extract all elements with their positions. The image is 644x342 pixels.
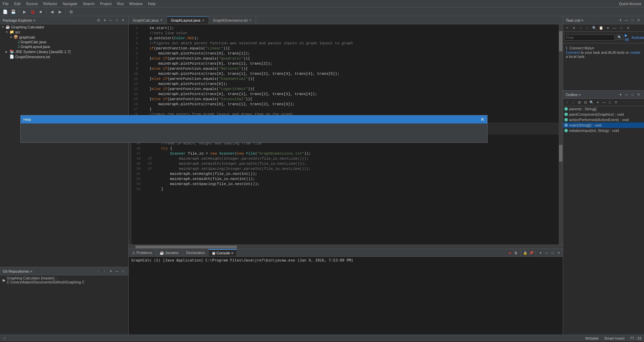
toolbar-new[interactable]: 📄 [1, 8, 9, 15]
console-stop-btn[interactable]: ■ [507, 250, 513, 255]
outline-toolbar-btn1[interactable]: ↑ [564, 100, 570, 105]
outline-toolbar-btn5[interactable]: 🔍 [589, 100, 594, 105]
menu-edit[interactable]: Edit [12, 1, 23, 6]
menu-file[interactable]: File [0, 1, 12, 6]
outline-close-btn[interactable]: ✕ [636, 92, 641, 97]
console-max-btn[interactable]: □ [550, 250, 555, 255]
toolbar-back[interactable]: ◀ [48, 8, 56, 15]
tl-toolbar-btn6[interactable]: 📋 [598, 25, 604, 31]
tab-console[interactable]: ▣ Console × [209, 249, 237, 256]
tl-toolbar-btn7[interactable]: ▾ [605, 25, 610, 31]
tree-graphing-calculator[interactable]: ▼ ☕ Graphing Calculator [0, 24, 128, 29]
tab-declaration[interactable]: Declaration [183, 249, 209, 256]
tree-jre[interactable]: ▶ 📚 JRE System Library [JavaSE-1.7] [0, 49, 128, 54]
scroll-thumb-bottom[interactable] [559, 145, 562, 162]
quick-access[interactable]: Quick Access [616, 1, 644, 6]
code-editor[interactable]: 1 tm.start(); 2 //sets line color 3 g.se… [129, 24, 559, 122]
pe-menu-btn[interactable]: ▾ [102, 18, 107, 23]
vertical-scrollbar-bottom[interactable] [559, 135, 563, 245]
tl-menu-btn[interactable]: ▾ [618, 18, 623, 23]
outline-toolbar-btn9[interactable]: ✕ [613, 100, 619, 105]
tab-problems[interactable]: ⚠ Problems [129, 249, 156, 256]
menu-navigate[interactable]: Navigate [60, 1, 80, 6]
outline-menu-btn[interactable]: ▾ [618, 92, 623, 97]
task-find-search-btn[interactable]: 🔍 [616, 35, 623, 40]
help-dialog-close-btn[interactable]: ✕ [480, 117, 485, 122]
tree-graphlayout-java[interactable]: J GraphLayout.java [0, 44, 128, 49]
git-push-btn[interactable]: ↑ [102, 269, 107, 274]
code-editor-bottom[interactable]: 44 public static void main(String[] args… [131, 135, 559, 245]
tl-toolbar-btn9[interactable]: □ [619, 25, 624, 31]
toolbar-perspective[interactable]: ⊞ [67, 8, 75, 15]
h-scroll-thumb[interactable] [135, 246, 237, 248]
tree-graphcalc[interactable]: ▼ 📦 graphcalc [0, 35, 128, 40]
outline-item-main[interactable]: main(String[]) : void [563, 122, 644, 128]
console-clear-btn[interactable]: 🗑 [513, 250, 519, 255]
outline-item-actionperformed[interactable]: actionPerformed(ActionEvent) : void [563, 117, 644, 122]
outline-toolbar-btn7[interactable]: — [601, 100, 606, 105]
toolbar-save[interactable]: 💾 [9, 8, 17, 15]
menu-window[interactable]: Window [127, 1, 145, 6]
tl-min-btn[interactable]: — [624, 18, 629, 23]
task-find-all[interactable]: ▶ All [625, 33, 629, 42]
tl-max-btn[interactable]: □ [630, 18, 635, 23]
git-menu-btn[interactable]: ▾ [108, 269, 113, 274]
pe-min-btn[interactable]: — [108, 18, 113, 23]
tl-toolbar-btn10[interactable]: ✕ [625, 25, 631, 31]
toolbar-run[interactable]: ▶ [21, 8, 28, 15]
tab-graphdimensions[interactable]: GraphDimensions.txt ✕ [209, 16, 256, 24]
console-min-btn[interactable]: — [544, 250, 549, 255]
outline-item-parents[interactable]: parents : String[] [563, 106, 644, 112]
git-min-btn[interactable]: — [114, 269, 120, 274]
console-scroll-lock-btn[interactable]: 🔒 [522, 250, 528, 255]
tab-graphcalc[interactable]: GraphCalc.java ✕ [129, 16, 167, 24]
tl-toolbar-btn2[interactable]: ✕ [571, 25, 577, 31]
menu-refactor[interactable]: Refactor [41, 1, 60, 6]
tree-graphdimensions[interactable]: 📄 GraphDimensions.txt [0, 54, 128, 59]
tl-toolbar-btn3[interactable]: ↑ [578, 25, 583, 31]
outline-toolbar-btn2[interactable]: ↓ [571, 100, 576, 105]
toolbar-stop[interactable]: ■ [37, 8, 44, 15]
outline-item-initializeinput[interactable]: initializeInput(int, String) : void [563, 128, 644, 133]
horizontal-scrollbar[interactable] [129, 245, 563, 249]
git-repo-item[interactable]: ▶ Graphing Calculator [master] - C:\User… [0, 275, 128, 285]
outline-toolbar-btn6[interactable]: ▾ [595, 100, 600, 105]
outline-toolbar-btn3[interactable]: ⊞ [577, 100, 582, 105]
git-fetch-btn[interactable]: ↓ [96, 269, 101, 274]
menu-source[interactable]: Source [23, 1, 41, 6]
menu-run[interactable]: Run [114, 1, 127, 6]
toolbar-forward[interactable]: ▶ [56, 8, 64, 15]
tree-src[interactable]: ▼ 📁 src [0, 29, 128, 35]
tab-graphlayout[interactable]: GraphLayout.java ✕ [167, 16, 209, 24]
menu-help[interactable]: Help [145, 1, 158, 6]
pe-close-btn[interactable]: ✕ [120, 18, 126, 23]
console-close-btn[interactable]: ✕ [556, 250, 561, 255]
tl-toolbar-btn5[interactable]: 🔍 [592, 25, 597, 31]
tl-close-btn[interactable]: ✕ [636, 18, 641, 23]
menu-project[interactable]: Project [97, 1, 114, 6]
outline-toolbar-btn4[interactable]: ⊟ [583, 100, 588, 105]
create-link[interactable]: create [630, 50, 641, 54]
outline-max-btn[interactable]: □ [630, 92, 635, 97]
tab-close-graphcalc[interactable]: ✕ [160, 18, 163, 22]
tab-javadoc[interactable]: ☕ Javadoc [156, 249, 183, 256]
outline-item-paintcomponent[interactable]: paintComponent(Graphics) : void [563, 112, 644, 117]
outline-min-btn[interactable]: — [624, 92, 629, 97]
task-activate-btn[interactable]: Activate... [631, 36, 644, 40]
git-max-btn[interactable]: □ [120, 269, 126, 274]
console-menu-btn[interactable]: ▾ [538, 250, 543, 255]
tab-close-graphdimensions[interactable]: ✕ [249, 18, 252, 22]
pe-max-btn[interactable]: □ [114, 18, 120, 23]
task-find-input[interactable] [564, 35, 615, 41]
tl-toolbar-btn4[interactable]: ↓ [585, 25, 590, 31]
tree-graphcalc-java[interactable]: J GraphCalc.java [0, 40, 128, 44]
scroll-thumb-top[interactable] [559, 31, 562, 51]
tab-close-graphlayout[interactable]: ✕ [202, 19, 205, 22]
tl-toolbar-btn1[interactable]: + [564, 25, 570, 31]
toolbar-debug[interactable]: 🐞 [29, 8, 36, 15]
console-pin-btn[interactable]: 📌 [529, 250, 534, 255]
pe-collapse-btn[interactable]: ⊟ [96, 18, 101, 23]
vertical-scrollbar-top[interactable] [559, 24, 563, 135]
menu-search[interactable]: Search [80, 1, 98, 6]
tl-toolbar-btn8[interactable]: — [612, 25, 617, 31]
